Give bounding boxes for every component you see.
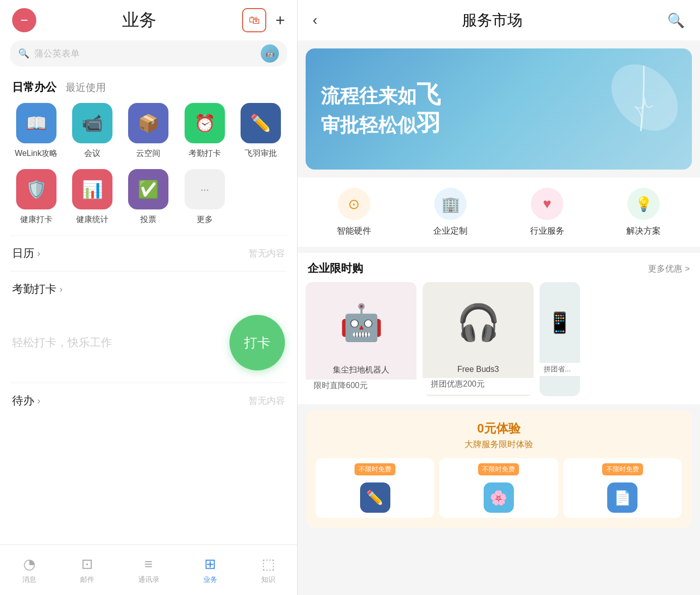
calendar-row[interactable]: 日历 › 暂无内容 [0, 236, 297, 271]
contacts-icon: ≡ [144, 556, 152, 572]
health-checkin-icon: 🛡️ [16, 169, 56, 209]
attendance-chevron-icon: › [60, 284, 63, 295]
todo-chevron-icon: › [37, 396, 40, 406]
free-section: 0元体验 大牌服务限时体验 不限时免费 ✏️ 不限时免费 🌸 不限时免费 [306, 410, 692, 528]
search-button[interactable]: 🔍 [667, 12, 685, 29]
nav-contacts[interactable]: ≡ 通讯录 [138, 556, 159, 584]
robot-name: 集尘扫地机器人 [306, 363, 417, 380]
feather-decoration [593, 49, 690, 158]
back-button[interactable]: ‹ [313, 12, 317, 28]
calendar-chevron-icon: › [37, 248, 40, 259]
section-daily-title: 日常办公 [12, 80, 56, 95]
checkin-button[interactable]: 打卡 [229, 315, 285, 370]
health-checkin-label: 健康打卡 [20, 214, 52, 225]
messages-label: 消息 [22, 575, 36, 584]
welink-icon: 📖 [16, 103, 56, 143]
promo-banner[interactable]: 流程往来如飞 审批轻松似羽 [306, 48, 692, 170]
vote-icon: ✅ [128, 169, 168, 209]
todo-left: 待办 › [12, 393, 40, 408]
free-badge-1: 不限时免费 [355, 463, 395, 475]
app-cloud[interactable]: 📦 云空间 [123, 103, 174, 159]
checkin-section: 轻松打卡，快乐工作 打卡 [0, 307, 297, 383]
app-vote[interactable]: ✅ 投票 [123, 169, 174, 225]
approval-label: 飞羽审批 [245, 148, 277, 159]
minus-button[interactable]: − [12, 8, 36, 32]
ai-avatar-button[interactable]: 🤖 [261, 44, 279, 63]
contacts-label: 通讯录 [138, 575, 159, 584]
free-app-3-icon: 📄 [607, 482, 637, 513]
right-title: 服务市场 [462, 10, 522, 31]
nav-mail[interactable]: ⊡ 邮件 [80, 556, 94, 584]
free-badge-2: 不限时免费 [478, 463, 519, 475]
nav-knowledge[interactable]: ⬚ 知识 [261, 556, 275, 584]
app-health-stats[interactable]: 📊 健康统计 [66, 169, 118, 225]
product-robot[interactable]: 🤖 集尘扫地机器人 限时直降600元 [306, 282, 417, 396]
free-apps-row: 不限时免费 ✏️ 不限时免费 🌸 不限时免费 📄 [316, 458, 682, 518]
left-header: − 业务 🛍 + [0, 0, 297, 40]
add-button[interactable]: + [275, 11, 285, 30]
cat-enterprise[interactable]: 🏢 企业定制 [433, 188, 468, 237]
products-section-heading: 企业限时购 更多优惠 > [298, 253, 700, 282]
attendance-left: 考勤打卡 › [12, 282, 63, 297]
calendar-title: 日历 [12, 246, 34, 261]
bottom-nav: ◔ 消息 ⊡ 邮件 ≡ 通讯录 ⊞ 业务 ⬚ 知识 [0, 545, 297, 595]
search-bar[interactable]: 🔍 蒲公英表单 🤖 [10, 40, 287, 67]
other-desc: 拼团省... [540, 363, 580, 376]
robot-image: 🤖 [306, 282, 417, 363]
free-title: 0元体验 [316, 420, 682, 437]
left-title: 业务 [122, 9, 156, 32]
cloud-label: 云空间 [136, 148, 160, 159]
app-health-checkin[interactable]: 🛡️ 健康打卡 [10, 169, 62, 225]
calendar-left: 日历 › [12, 246, 40, 261]
bottom-spacer [298, 534, 700, 544]
product-earbuds[interactable]: 🎧 Free Buds3 拼团优惠200元 [423, 282, 534, 396]
nav-messages[interactable]: ◔ 消息 [22, 556, 36, 584]
knowledge-icon: ⬚ [262, 556, 275, 572]
free-app-1-icon: ✏️ [360, 482, 390, 513]
earbuds-image: 🎧 [423, 282, 534, 363]
more-label: 更多 [197, 214, 213, 225]
free-subtitle: 大牌服务限时体验 [316, 439, 682, 450]
calendar-empty: 暂无内容 [249, 247, 285, 259]
business-icon: ⊞ [204, 556, 216, 572]
earbuds-desc: 拼团优惠200元 [423, 378, 534, 395]
earbuds-name: Free Buds3 [423, 363, 534, 378]
enterprise-label: 企业定制 [433, 225, 468, 237]
right-content: 流程往来如飞 审批轻松似羽 ⊙ 智能硬件 🏢 企业定制 [298, 40, 700, 595]
todo-empty: 暂无内容 [249, 395, 285, 407]
shop-button[interactable]: 🛍 [242, 8, 266, 32]
app-welink[interactable]: 📖 WeLink攻略 [10, 103, 62, 159]
search-placeholder: 蒲公英表单 [34, 47, 256, 60]
mail-label: 邮件 [80, 575, 94, 584]
free-app-1[interactable]: 不限时免费 ✏️ [316, 458, 434, 518]
right-panel: ‹ 服务市场 🔍 流程往来如飞 审批轻松似羽 ⊙ [298, 0, 700, 595]
section-recent-title: 最近使用 [66, 81, 106, 94]
left-panel: − 业务 🛍 + 🔍 蒲公英表单 🤖 日常办公 最近使用 📖 WeLink攻略 … [0, 0, 298, 595]
products-title: 企业限时购 [308, 261, 363, 276]
product-other[interactable]: 📱 拼团省... [540, 282, 580, 396]
more-icon: ··· [185, 169, 225, 209]
nav-business[interactable]: ⊞ 业务 [203, 556, 217, 584]
app-checkin[interactable]: ⏰ 考勤打卡 [179, 103, 230, 159]
app-approval[interactable]: ✏️ 飞羽审批 [235, 103, 287, 159]
app-more[interactable]: ··· 更多 [179, 169, 230, 225]
business-label: 业务 [203, 575, 217, 584]
todo-title: 待办 [12, 393, 34, 408]
cat-solutions[interactable]: 💡 解决方案 [626, 188, 661, 237]
app-meeting[interactable]: 📹 会议 [66, 103, 118, 159]
knowledge-label: 知识 [261, 575, 275, 584]
right-header: ‹ 服务市场 🔍 [298, 0, 700, 40]
messages-icon: ◔ [23, 556, 35, 572]
cat-industry[interactable]: ♥ 行业服务 [530, 188, 564, 237]
more-deals-link[interactable]: 更多优惠 > [648, 263, 690, 275]
free-app-3[interactable]: 不限时免费 📄 [563, 458, 682, 518]
todo-row[interactable]: 待办 › 暂无内容 [0, 383, 297, 418]
free-app-2[interactable]: 不限时免费 🌸 [439, 458, 558, 518]
health-stats-label: 健康统计 [76, 214, 108, 225]
attendance-row[interactable]: 考勤打卡 › [0, 272, 297, 307]
meeting-icon: 📹 [72, 103, 112, 143]
vote-label: 投票 [140, 214, 156, 225]
industry-icon: ♥ [531, 188, 563, 220]
other-image: 📱 [540, 282, 580, 363]
cat-hardware[interactable]: ⊙ 智能硬件 [337, 188, 371, 237]
